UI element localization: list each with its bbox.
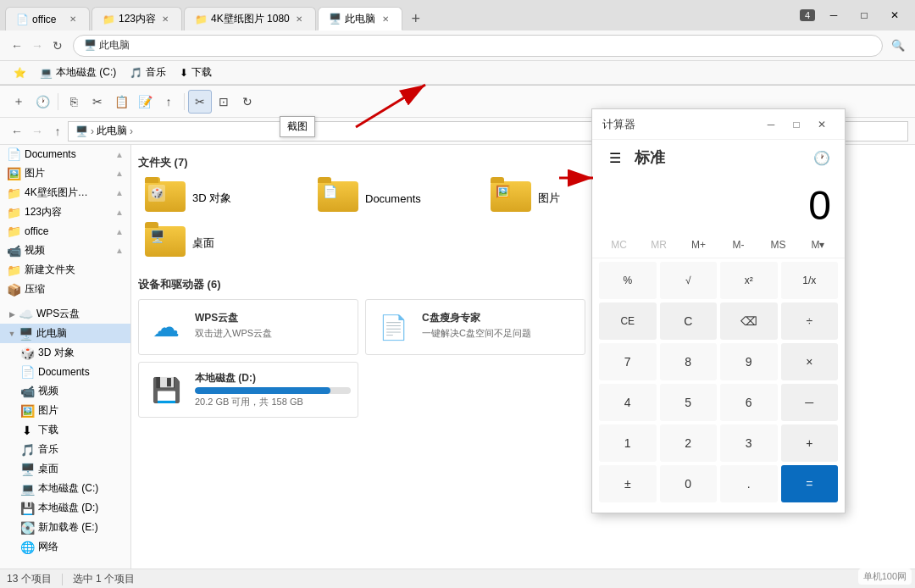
sidebar-item-office[interactable]: 📁 office ▲ <box>0 222 130 241</box>
folder-item-docs[interactable]: 📄 Documents <box>311 177 480 219</box>
toolbar-refresh-btn[interactable]: ↻ <box>236 90 259 114</box>
bookmark-download[interactable]: ⬇ 下载 <box>173 64 219 81</box>
address-bar[interactable]: 🖥️ 此电脑 <box>73 35 883 57</box>
calc-divide-btn[interactable]: ÷ <box>781 302 839 340</box>
calc-row-4: 4 5 6 ─ <box>599 384 838 421</box>
calc-c-btn[interactable]: C <box>660 302 718 340</box>
calc-7-btn[interactable]: 7 <box>599 343 657 380</box>
calc-menu-btn[interactable]: ☰ <box>602 145 628 170</box>
tab-4k-close[interactable]: ✕ <box>293 14 305 25</box>
sidebar-item-123[interactable]: 📁 123内容 ▲ <box>0 202 130 222</box>
tab-this-pc[interactable]: 🖥️ 此电脑 ✕ <box>318 7 402 31</box>
sidebar-item-zip[interactable]: 📦 压缩 <box>0 280 130 299</box>
explorer-back-btn[interactable]: ← <box>7 121 27 141</box>
explorer-up-btn[interactable]: ↑ <box>47 121 68 141</box>
calc-mplus-btn[interactable]: M+ <box>679 236 718 254</box>
calc-6-btn[interactable]: 6 <box>720 384 778 421</box>
calc-minus-btn[interactable]: ─ <box>781 384 839 421</box>
calc-9-btn[interactable]: 9 <box>720 343 778 380</box>
folder-item-desktop[interactable]: 🖥️ 桌面 <box>138 223 308 263</box>
browser-search-icon[interactable]: 🔍 <box>888 36 908 56</box>
bookmark-local-disk[interactable]: 💻 本地磁盘 (C:) <box>33 64 123 81</box>
toolbar-paste-btn[interactable]: 📋 <box>109 90 133 114</box>
sidebar-item-video[interactable]: 📹 视频 ▲ <box>0 241 130 260</box>
calc-close-btn[interactable]: ✕ <box>809 112 835 137</box>
toolbar-screenshot-btn[interactable]: ✂ <box>188 90 212 114</box>
sidebar-item-pictures[interactable]: 🖼️ 图片 ▲ <box>0 164 130 183</box>
toolbar-rename-btn[interactable]: 📝 <box>133 90 157 114</box>
calc-3-btn[interactable]: 3 <box>720 424 778 462</box>
sidebar-item-3d[interactable]: 🎲 3D 对象 <box>0 343 130 363</box>
sidebar-item-4k[interactable]: 📁 4K壁纸图片… ▲ <box>0 183 130 202</box>
sidebar-item-diske[interactable]: 💽 新加载卷 (E:) <box>0 518 130 537</box>
calc-square-btn[interactable]: x² <box>720 262 778 299</box>
calc-0-btn[interactable]: 0 <box>660 465 718 502</box>
toolbar-cut-btn[interactable]: ✂ <box>86 90 109 114</box>
calc-restore-btn[interactable]: □ <box>784 112 809 137</box>
toolbar-clock-btn[interactable]: 🕐 <box>30 90 54 114</box>
tab-thispc-close[interactable]: ✕ <box>380 13 391 25</box>
calc-backspace-btn[interactable]: ⌫ <box>720 302 778 340</box>
calc-multiply-btn[interactable]: × <box>781 343 839 380</box>
sidebar-item-pics2[interactable]: 🖼️ 图片 <box>0 401 130 420</box>
sidebar-item-diskd[interactable]: 💾 本地磁盘 (D:) <box>0 498 130 518</box>
calc-negate-btn[interactable]: ± <box>599 465 657 502</box>
browser-restore-btn[interactable]: □ <box>849 3 879 27</box>
folder-item-3d[interactable]: 🎲 3D 对象 <box>138 177 308 219</box>
tab-thispc-label: 此电脑 <box>345 12 376 26</box>
calc-mr-btn[interactable]: MR <box>639 236 679 254</box>
tab-office[interactable]: 📄 office ✕ <box>5 7 90 31</box>
sidebar-item-wps[interactable]: ▶ ☁️ WPS云盘 <box>0 304 130 324</box>
bookmark-star[interactable]: ⭐ <box>7 65 33 80</box>
sidebar-item-documents[interactable]: 📄 Documents ▲ <box>0 145 130 164</box>
calc-2-btn[interactable]: 2 <box>660 424 718 462</box>
calc-ms-btn[interactable]: MS <box>758 236 798 254</box>
new-tab-button[interactable]: + <box>404 7 428 31</box>
calc-reciprocal-btn[interactable]: 1/x <box>781 262 839 299</box>
bookmark-music[interactable]: 🎵 音乐 <box>123 64 173 81</box>
device-wps-info: WPS云盘 双击进入WPS云盘 <box>195 311 351 343</box>
sidebar-item-thispc[interactable]: ▼ 🖥️ 此电脑 <box>0 324 130 343</box>
tab-123[interactable]: 📁 123内容 ✕ <box>92 7 182 31</box>
toolbar-view-btn[interactable]: ⊡ <box>212 90 236 114</box>
sidebar-item-download2[interactable]: ⬇ 下载 <box>0 420 130 440</box>
tab-123-close[interactable]: ✕ <box>159 14 171 25</box>
forward-button[interactable]: → <box>27 36 47 56</box>
calc-ce-btn[interactable]: CE <box>599 302 657 340</box>
calc-mminus-btn[interactable]: M- <box>718 236 758 254</box>
sidebar-item-desktop2[interactable]: 🖥️ 桌面 <box>0 459 130 479</box>
browser-close-btn[interactable]: ✕ <box>879 3 910 27</box>
calc-percent-btn[interactable]: % <box>599 262 657 299</box>
calc-history-btn[interactable]: 🕐 <box>809 145 835 170</box>
refresh-button[interactable]: ↻ <box>47 36 68 56</box>
tab-office-close[interactable]: ✕ <box>67 14 79 25</box>
calc-minimize-btn[interactable]: ─ <box>758 112 784 137</box>
calc-equals-btn[interactable]: = <box>781 465 839 502</box>
calc-plus-btn[interactable]: + <box>781 424 839 462</box>
toolbar-copy-btn[interactable]: ⎘ <box>62 90 86 114</box>
device-wps[interactable]: ☁ WPS云盘 双击进入WPS云盘 <box>138 299 358 355</box>
back-button[interactable]: ← <box>7 36 27 56</box>
calc-8-btn[interactable]: 8 <box>660 343 718 380</box>
calc-decimal-btn[interactable]: . <box>720 465 778 502</box>
device-diskd[interactable]: 💾 本地磁盘 (D:) 20.2 GB 可用，共 158 GB <box>138 362 358 418</box>
toolbar-new-btn[interactable]: ＋ <box>7 90 30 114</box>
browser-minimize-btn[interactable]: ─ <box>818 3 849 27</box>
explorer-forward-btn[interactable]: → <box>27 121 47 141</box>
sidebar-item-diskc[interactable]: 💻 本地磁盘 (C:) <box>0 479 130 498</box>
calc-mmore-btn[interactable]: M▾ <box>798 236 838 254</box>
sidebar-item-music2[interactable]: 🎵 音乐 <box>0 440 130 459</box>
sidebar-item-network[interactable]: 🌐 网络 <box>0 537 130 557</box>
toolbar-share-btn[interactable]: ↑ <box>157 90 180 114</box>
tab-4k[interactable]: 📁 4K壁纸图片 1080 ✕ <box>184 7 316 31</box>
sidebar-pictures-label: 图片 <box>25 166 45 180</box>
calc-mc-btn[interactable]: MC <box>599 236 639 254</box>
calc-1-btn[interactable]: 1 <box>599 424 657 462</box>
sidebar-item-docs2[interactable]: 📄 Documents <box>0 363 130 381</box>
calc-sqrt-btn[interactable]: √ <box>660 262 718 299</box>
calc-4-btn[interactable]: 4 <box>599 384 657 421</box>
device-cslim[interactable]: 📄 C盘瘦身专家 一键解决C盘空间不足问题 <box>365 299 585 355</box>
sidebar-item-video2[interactable]: 📹 视频 <box>0 381 130 401</box>
sidebar-item-newfolder[interactable]: 📁 新建文件夹 <box>0 260 130 280</box>
calc-5-btn[interactable]: 5 <box>660 384 718 421</box>
